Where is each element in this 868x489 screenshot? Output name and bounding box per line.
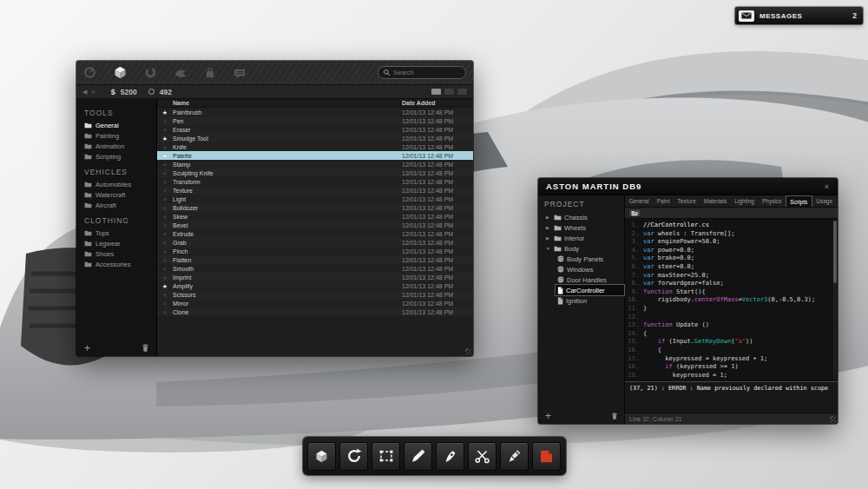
table-row[interactable]: ★Imprint12/01/13 12:48 PM (157, 273, 473, 281)
star-icon[interactable]: ★ (157, 292, 173, 298)
star-icon[interactable]: ★ (157, 144, 173, 150)
table-row[interactable]: ★Smudge Tool12/01/13 12:48 PM (157, 134, 473, 142)
tab-paint[interactable]: Paint (653, 195, 674, 207)
caret-right-icon[interactable]: ▶ (546, 215, 551, 220)
star-icon[interactable]: ★ (157, 214, 173, 220)
add-button[interactable]: + (84, 344, 90, 353)
table-row[interactable]: ★Extrude12/01/13 12:48 PM (157, 229, 473, 238)
table-row[interactable]: ★Bulldozer12/01/13 12:48 PM (157, 203, 473, 212)
star-icon[interactable]: ★ (157, 109, 173, 116)
table-row[interactable]: ★Sculpting Knife12/01/13 12:48 PM (157, 169, 473, 177)
view-columns-button[interactable] (457, 89, 467, 95)
sidebar-item-tops[interactable]: Tops (84, 228, 156, 238)
view-wide-button[interactable] (431, 89, 441, 95)
star-icon[interactable]: ★ (157, 309, 173, 315)
tree-item-windows[interactable]: Windows (556, 264, 624, 274)
sidebar-item-animation[interactable]: Animation (84, 141, 156, 151)
tab-physics[interactable]: Physics (758, 195, 785, 207)
tab-materials[interactable]: Materials (700, 195, 730, 207)
table-row[interactable]: ★Smooth12/01/13 12:48 PM (157, 264, 473, 273)
code-editor[interactable]: 1.//CarController.cs2.var wheels : Trans… (625, 219, 838, 381)
messages-widget[interactable]: MESSAGES 2 (735, 7, 863, 24)
sidebar-item-general[interactable]: General (84, 120, 156, 130)
trash-icon[interactable] (611, 412, 618, 420)
star-icon[interactable]: ★ (157, 301, 173, 307)
scissors-button[interactable] (468, 442, 496, 471)
table-row[interactable]: ★Pinch12/01/13 12:48 PM (157, 247, 473, 255)
sidebar-item-accessories[interactable]: Accessories (84, 259, 156, 269)
cube-button[interactable] (307, 442, 336, 471)
star-icon[interactable]: ★ (157, 127, 173, 133)
table-row[interactable]: ★Knife12/01/13 12:48 PM (157, 142, 473, 151)
caret-right-icon[interactable]: ▶ (546, 225, 551, 230)
view-list-button[interactable] (444, 89, 454, 95)
forward-arrow-icon[interactable]: ▶ (91, 89, 95, 96)
star-icon[interactable]: ★ (157, 231, 173, 237)
tree-item-ignition[interactable]: Ignition (556, 295, 624, 306)
sidebar-item-automobiles[interactable]: Automobiles (84, 179, 156, 189)
chat-tool-button[interactable] (233, 67, 247, 79)
table-row[interactable]: ★Paintbrush12/01/13 12:48 PM (157, 108, 473, 116)
star-icon[interactable]: ★ (157, 188, 173, 194)
resize-handle[interactable] (465, 348, 471, 354)
table-row[interactable]: ★Clone12/01/13 12:48 PM (157, 307, 473, 316)
table-row[interactable]: ★Stamp12/01/13 12:48 PM (157, 160, 473, 169)
star-icon[interactable]: ★ (157, 248, 173, 254)
scrollbar[interactable] (833, 221, 837, 380)
marquee-button[interactable] (372, 442, 400, 471)
table-row[interactable]: ★Amplify12/01/13 12:48 PM (157, 281, 473, 290)
gauge-tool-button[interactable] (83, 66, 96, 79)
bag-tool-button[interactable] (204, 66, 216, 79)
star-icon[interactable]: ★ (157, 205, 173, 211)
tree-item-carcontroller[interactable]: CarController (556, 285, 624, 295)
tab-usage[interactable]: Usage (812, 195, 837, 207)
table-row[interactable]: ★Grab12/01/13 12:48 PM (157, 238, 473, 247)
paintbrush-button[interactable] (404, 442, 432, 471)
resize-handle[interactable] (830, 416, 836, 422)
inspector-titlebar[interactable]: ASTON MARTIN DB9 × (538, 178, 838, 195)
sidebar-item-shoes[interactable]: Shoes (84, 248, 156, 259)
star-icon[interactable]: ★ (157, 153, 173, 159)
swatch-button[interactable] (532, 442, 561, 471)
tree-item-body[interactable]: ▼Body (544, 243, 624, 254)
close-icon[interactable]: × (825, 182, 830, 191)
sidebar-item-scripting[interactable]: Scripting (84, 151, 156, 162)
trash-icon[interactable] (141, 343, 149, 353)
search-input[interactable] (393, 69, 463, 76)
tab-lighting[interactable]: Lighting (731, 195, 759, 207)
star-icon[interactable]: ★ (157, 240, 173, 246)
tree-item-chassis[interactable]: ▶Chassis (544, 212, 624, 222)
tab-scripts[interactable]: Scripts (786, 195, 812, 207)
sidebar-item-legwear[interactable]: Legwear (84, 238, 156, 248)
rotate-button[interactable] (339, 442, 368, 471)
table-row[interactable]: ★Pen12/01/13 12:48 PM (157, 116, 473, 125)
tab-general[interactable]: General (625, 195, 653, 207)
tree-item-interior[interactable]: ▶Interior (544, 233, 624, 243)
table-row[interactable]: ★Eraser12/01/13 12:48 PM (157, 125, 473, 134)
loop-tool-button[interactable] (144, 66, 157, 79)
table-row[interactable]: ★Bevel12/01/13 12:48 PM (157, 221, 473, 229)
pen-button[interactable] (436, 442, 464, 471)
back-arrow-icon[interactable]: ◀ (82, 89, 87, 96)
search-box[interactable] (378, 66, 466, 79)
table-row[interactable]: ★Skew12/01/13 12:48 PM (157, 212, 473, 221)
star-icon[interactable]: ★ (157, 274, 173, 281)
table-row[interactable]: ★Transform12/01/13 12:48 PM (157, 177, 473, 186)
tree-item-door-handles[interactable]: Door Handles (556, 274, 624, 285)
star-icon[interactable]: ★ (157, 170, 173, 176)
column-name[interactable]: Name (173, 100, 402, 106)
sidebar-item-aircraft[interactable]: Aircraft (84, 200, 156, 210)
column-date-added[interactable]: Date Added (402, 100, 473, 106)
star-icon[interactable]: ★ (157, 257, 173, 263)
star-icon[interactable]: ★ (157, 135, 173, 142)
sidebar-item-painting[interactable]: Painting (84, 130, 156, 141)
table-row[interactable]: ★Texture12/01/13 12:48 PM (157, 186, 473, 195)
star-icon[interactable]: ★ (157, 179, 173, 185)
table-row[interactable]: ★Light12/01/13 12:48 PM (157, 195, 473, 203)
star-icon[interactable]: ★ (157, 222, 173, 228)
caret-right-icon[interactable]: ▶ (546, 235, 551, 241)
tree-item-body-panels[interactable]: Body Panels (556, 254, 624, 264)
cube-tool-button[interactable] (113, 65, 128, 80)
table-row[interactable]: ★Mirror12/01/13 12:48 PM (157, 299, 473, 307)
add-button[interactable]: + (545, 412, 551, 420)
